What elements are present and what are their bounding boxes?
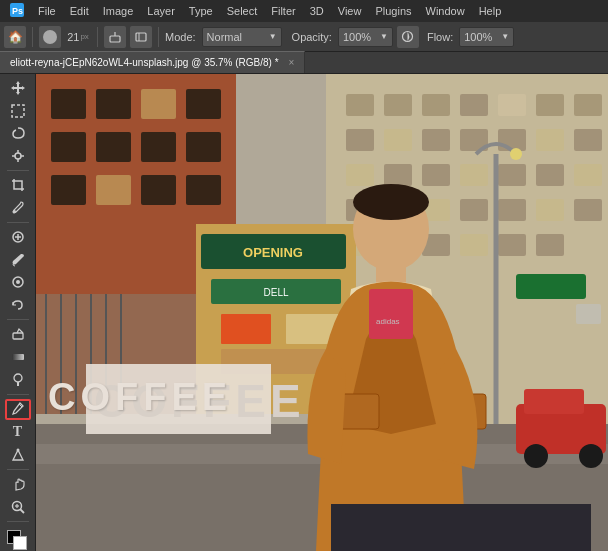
brush-angle-icon[interactable] [104, 26, 126, 48]
separator-2 [97, 27, 98, 47]
svg-rect-42 [498, 129, 526, 151]
menu-edit[interactable]: Edit [64, 3, 95, 19]
svg-line-26 [20, 509, 24, 513]
brush-preset-picker[interactable] [39, 26, 61, 48]
brush-size-unit: px [80, 32, 88, 41]
svg-rect-45 [346, 164, 374, 186]
tool-separator-6 [7, 521, 29, 522]
menu-select[interactable]: Select [221, 3, 264, 19]
coffee-text: COFFEE [48, 376, 232, 419]
path-select-tool[interactable] [5, 444, 31, 465]
mode-dropdown-arrow: ▼ [269, 32, 277, 41]
menu-filter[interactable]: Filter [265, 3, 301, 19]
svg-rect-67 [51, 89, 86, 119]
svg-text:adidas: adidas [376, 317, 400, 326]
mode-dropdown[interactable]: Normal ▼ [202, 27, 282, 47]
menu-layer[interactable]: Layer [141, 3, 181, 19]
magic-wand-tool[interactable] [5, 146, 31, 167]
svg-point-12 [15, 153, 21, 159]
history-brush-tool[interactable] [5, 295, 31, 316]
dodge-tool[interactable] [5, 369, 31, 390]
svg-rect-43 [536, 129, 564, 151]
svg-point-109 [524, 444, 548, 468]
svg-rect-20 [12, 354, 24, 360]
opacity-dropdown[interactable]: 100% ▼ [338, 27, 393, 47]
gradient-tool[interactable] [5, 347, 31, 368]
menu-help[interactable]: Help [473, 3, 508, 19]
svg-rect-70 [186, 89, 221, 119]
svg-rect-77 [141, 175, 176, 205]
separator-3 [158, 27, 159, 47]
svg-rect-64 [536, 234, 564, 256]
menu-type[interactable]: Type [183, 3, 219, 19]
svg-rect-46 [384, 164, 412, 186]
menu-file[interactable]: File [32, 3, 62, 19]
svg-point-100 [353, 184, 429, 220]
move-tool[interactable] [5, 78, 31, 99]
svg-rect-114 [576, 304, 601, 324]
svg-point-24 [16, 448, 19, 451]
menu-view[interactable]: View [332, 3, 368, 19]
opacity-value: 100% [343, 31, 371, 43]
menu-3d[interactable]: 3D [304, 3, 330, 19]
svg-point-110 [579, 444, 603, 468]
crop-tool[interactable] [5, 175, 31, 196]
left-toolbar: T [0, 74, 36, 551]
svg-rect-31 [346, 94, 374, 116]
type-tool[interactable]: T [5, 422, 31, 443]
hand-tool[interactable] [5, 474, 31, 495]
svg-rect-19 [13, 333, 23, 339]
menu-image[interactable]: Image [97, 3, 140, 19]
document-tab[interactable]: eliott-reyna-jCEpN62oWL4-unsplash.jpg @ … [0, 51, 305, 73]
lasso-tool[interactable] [5, 123, 31, 144]
eraser-tool[interactable] [5, 324, 31, 345]
clone-stamp-tool[interactable] [5, 272, 31, 293]
eyedropper-tool[interactable] [5, 198, 31, 219]
opacity-arrow: ▼ [380, 32, 388, 41]
home-icon[interactable]: 🏠 [4, 26, 26, 48]
tab-close-button[interactable]: × [289, 57, 295, 68]
svg-point-21 [14, 374, 22, 382]
marquee-tool[interactable] [5, 101, 31, 122]
svg-rect-2 [110, 36, 120, 42]
svg-rect-113 [516, 274, 586, 299]
svg-rect-73 [141, 132, 176, 162]
flow-dropdown[interactable]: 100% ▼ [459, 27, 514, 47]
brush-tool[interactable] [5, 250, 31, 271]
brush-shape-icon[interactable] [130, 26, 152, 48]
svg-rect-62 [460, 234, 488, 256]
menu-window[interactable]: Window [420, 3, 471, 19]
svg-rect-51 [574, 164, 602, 186]
svg-rect-69 [141, 89, 176, 119]
svg-rect-74 [186, 132, 221, 162]
flow-value: 100% [464, 31, 492, 43]
canvas-image: OPENING DELL COFFEE COFFEE [36, 74, 608, 551]
type-tool-label: T [13, 424, 22, 440]
svg-rect-47 [422, 164, 450, 186]
svg-rect-36 [536, 94, 564, 116]
spot-heal-tool[interactable] [5, 227, 31, 248]
svg-rect-35 [498, 94, 526, 116]
color-swatches[interactable] [5, 528, 31, 545]
background-color[interactable] [13, 536, 27, 550]
svg-rect-50 [536, 164, 564, 186]
svg-rect-33 [422, 94, 450, 116]
svg-rect-38 [346, 129, 374, 151]
svg-rect-37 [574, 94, 602, 116]
main-area: T [0, 74, 608, 551]
svg-point-18 [16, 280, 20, 284]
separator-1 [32, 27, 33, 47]
options-bar: 🏠 21 px Mode: Normal ▼ Opacity: 100% ▼ F… [0, 22, 608, 52]
pressure-opacity-icon[interactable] [397, 26, 419, 48]
svg-rect-68 [96, 89, 131, 119]
svg-point-13 [13, 210, 16, 213]
mode-value: Normal [207, 31, 242, 43]
zoom-tool[interactable] [5, 496, 31, 517]
menu-ps[interactable]: Ps [4, 1, 30, 21]
svg-rect-7 [12, 105, 24, 117]
canvas-area: OPENING DELL COFFEE COFFEE [36, 74, 608, 551]
pen-tool[interactable] [5, 399, 31, 420]
svg-rect-108 [524, 389, 584, 414]
menu-plugins[interactable]: Plugins [369, 3, 417, 19]
svg-text:Ps: Ps [12, 6, 23, 16]
